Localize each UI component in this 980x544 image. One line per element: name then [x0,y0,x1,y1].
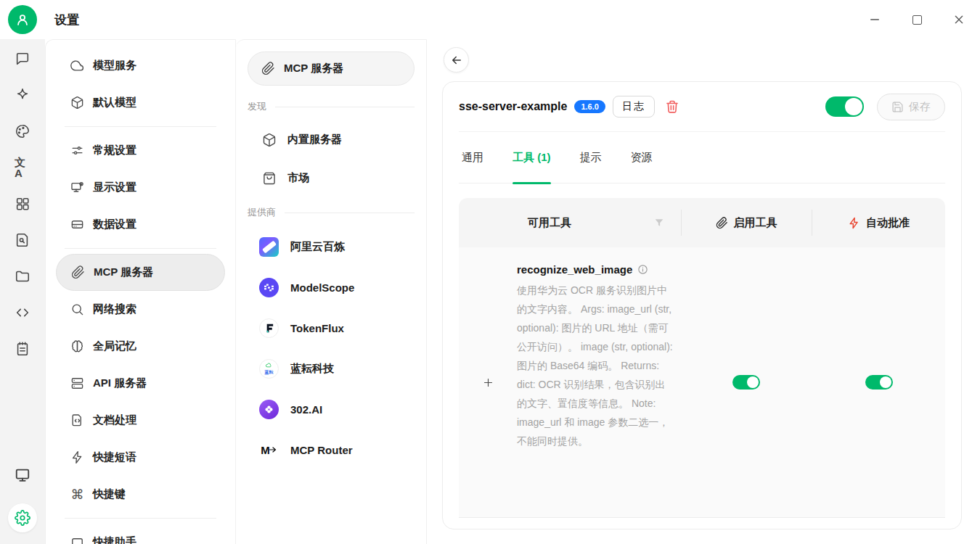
mcp-item-label: 市场 [287,171,309,185]
tab-resources[interactable]: 资源 [631,132,653,183]
minimize-icon [869,14,881,25]
server-enabled-toggle[interactable] [825,96,864,117]
302ai-logo [259,400,279,419]
provider-item-modelscope[interactable]: ModelScope [236,267,426,308]
plus-icon [483,377,494,388]
nav-item-label: 显示设置 [93,181,136,194]
column-header-available-tools: 可用工具 [459,216,681,230]
lanyun-logo: 蓝耘 [259,359,279,379]
nav-item-web-search[interactable]: 网络搜索 [56,291,225,328]
window-controls [867,0,967,39]
close-icon [953,14,965,25]
nav-item-mcp-servers[interactable]: MCP 服务器 [56,254,225,291]
info-icon[interactable] [637,264,648,275]
provider-label: TokenFlux [290,322,344,334]
tab-tools[interactable]: 工具 (1) [513,132,551,183]
nav-item-display-settings[interactable]: 显示设置 [56,169,225,206]
mcp-sidebar: MCP 服务器 发现 内置服务器 市场 提供商 阿里云百炼 ModelScope [236,39,427,544]
mcp-servers-button[interactable]: MCP 服务器 [248,51,415,86]
tab-general[interactable]: 通用 [462,132,483,183]
apps-grid-icon[interactable] [15,196,30,212]
provider-label: 蓝耘科技 [290,362,334,376]
paperclip-icon [71,265,85,279]
divider [65,126,216,127]
version-badge: 1.6.0 [574,100,605,113]
nav-item-default-models[interactable]: 默认模型 [56,84,225,121]
nav-item-shortcuts[interactable]: ⌘ 快捷键 [56,476,225,513]
provider-label: 阿里云百炼 [290,240,345,254]
translate-icon[interactable]: 文A [15,160,30,176]
logs-button[interactable]: 日志 [613,96,655,118]
tools-table-header: 可用工具 启用工具 自动批准 [459,198,945,247]
code-icon[interactable] [15,305,30,321]
enable-tool-toggle[interactable] [732,375,760,390]
mcp-item-builtin-servers[interactable]: 内置服务器 [236,120,426,159]
tools-table: 可用工具 启用工具 自动批准 [459,198,945,518]
command-icon: ⌘ [70,487,84,501]
nav-item-label: 快捷键 [93,487,126,501]
provider-item-bailian[interactable]: 阿里云百炼 [236,226,426,267]
nav-item-quick-phrases[interactable]: 快捷短语 [56,439,225,476]
person-icon [15,12,30,28]
delete-server-button[interactable] [665,99,679,114]
nav-item-label: 文档处理 [93,413,136,427]
page-title: 设置 [54,12,79,28]
provider-label: 302.AI [290,403,322,416]
auto-approve-toggle[interactable] [865,375,893,390]
chat-icon[interactable] [15,51,30,67]
storage-icon [70,218,84,231]
user-avatar[interactable] [8,5,37,34]
maximize-icon [912,15,922,25]
gear-icon [15,510,30,526]
minimize-button[interactable] [867,12,883,28]
close-button[interactable] [951,12,967,28]
notepad-icon[interactable] [15,341,30,357]
nav-item-api-server[interactable]: API 服务器 [56,365,225,402]
nav-item-document-processing[interactable]: 文档处理 [56,402,225,439]
tokenflux-logo [259,318,279,338]
server-name: sse-server-example [459,100,567,113]
provider-label: ModelScope [290,281,354,294]
nav-item-label: 全局记忆 [93,339,136,353]
trash-icon [665,99,679,114]
provider-item-tokenflux[interactable]: TokenFlux [236,308,426,348]
modelscope-logo [259,278,279,297]
server-card: sse-server-example 1.6.0 日志 保存 通用 工具 (1) [442,81,962,529]
back-button[interactable] [444,47,469,73]
sparkles-icon[interactable] [15,87,30,103]
enable-tool-cell [681,247,812,517]
shopping-bag-icon [262,171,277,186]
nav-item-label: 默认模型 [93,96,136,110]
mcprouter-logo: M [259,440,279,460]
expand-row-button[interactable] [459,247,517,517]
mcp-servers-button-label: MCP 服务器 [284,62,343,75]
mini-window-icon[interactable] [15,467,30,483]
provider-item-mcprouter[interactable]: M MCP Router [236,429,426,470]
package-icon [70,96,84,110]
nav-item-general-settings[interactable]: 常规设置 [56,132,225,169]
nav-item-label: 网络搜索 [93,302,136,316]
bailian-logo [259,237,279,257]
nav-item-model-services[interactable]: 模型服务 [56,47,225,84]
folder-icon[interactable] [15,268,30,284]
nav-item-label: API 服务器 [93,376,147,390]
palette-icon[interactable] [15,123,30,139]
nav-item-quick-assistant[interactable]: 快捷助手 [56,524,225,544]
nav-item-label: MCP 服务器 [94,265,153,279]
icon-rail: 文A [0,39,45,544]
mcp-item-marketplace[interactable]: 市场 [236,159,426,197]
tab-prompts[interactable]: 提示 [580,132,602,183]
column-header-auto-approve: 自动批准 [812,198,946,247]
nav-item-data-settings[interactable]: 数据设置 [56,206,225,243]
provider-item-lanyun[interactable]: 蓝耘 蓝耘科技 [236,348,426,389]
file-search-icon[interactable] [15,232,30,248]
server-icon [70,376,84,390]
assistant-icon [70,535,84,544]
filter-icon[interactable] [653,217,665,228]
arrow-left-icon [450,54,463,67]
provider-item-302ai[interactable]: 302.AI [236,389,426,429]
nav-item-global-memory[interactable]: 全局记忆 [56,328,225,365]
save-button[interactable]: 保存 [877,94,945,120]
settings-button[interactable] [8,503,37,532]
maximize-button[interactable] [909,12,925,28]
